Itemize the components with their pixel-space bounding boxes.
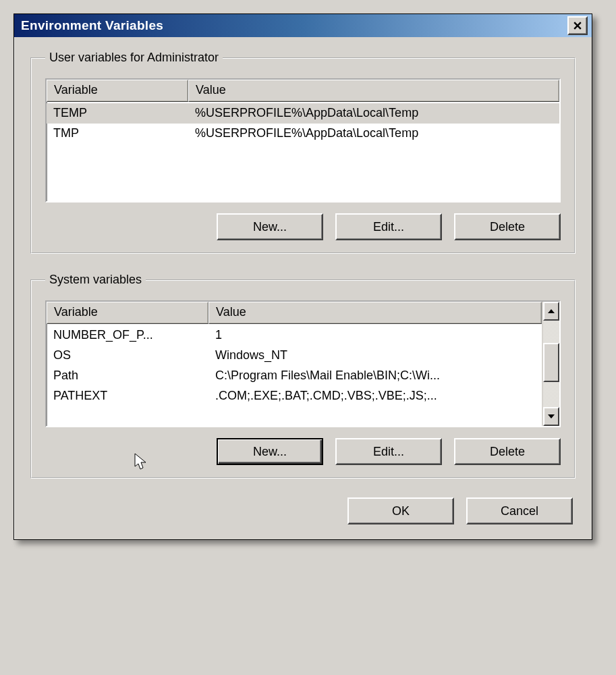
- user-variables-list[interactable]: Variable Value TEMP %USERPROFILE%\AppDat…: [45, 78, 561, 202]
- system-variables-group: System variables Variable Value NUMBER_O…: [30, 273, 576, 479]
- user-header-value[interactable]: Value: [188, 80, 559, 102]
- system-cell-variable: PATHEXT: [47, 386, 208, 406]
- client-area: User variables for Administrator Variabl…: [14, 37, 592, 539]
- system-cell-variable: OS: [47, 346, 208, 366]
- system-list-scrollbar[interactable]: [542, 302, 559, 426]
- user-variables-legend: User variables for Administrator: [45, 51, 223, 65]
- system-row-path[interactable]: Path C:\Program Files\Mail Enable\BIN;C:…: [47, 366, 542, 386]
- scroll-track[interactable]: [543, 321, 559, 407]
- system-cell-value: 1: [208, 325, 542, 346]
- close-icon[interactable]: [567, 16, 588, 35]
- system-row-os[interactable]: OS Windows_NT: [47, 346, 542, 366]
- system-cell-variable: Path: [47, 366, 208, 386]
- cancel-button[interactable]: Cancel: [466, 497, 573, 524]
- user-row-temp[interactable]: TEMP %USERPROFILE%\AppData\Local\Temp: [47, 103, 559, 124]
- user-variables-group: User variables for Administrator Variabl…: [30, 51, 576, 254]
- system-header-variable[interactable]: Variable: [47, 302, 208, 324]
- system-delete-button[interactable]: Delete: [454, 438, 561, 465]
- system-header-value[interactable]: Value: [208, 302, 542, 324]
- environment-variables-dialog: Environment Variables User variables for…: [13, 14, 592, 540]
- system-cell-value: Windows_NT: [208, 346, 542, 366]
- system-variables-list[interactable]: Variable Value NUMBER_OF_P... 1 OS Windo…: [45, 300, 561, 427]
- user-delete-button[interactable]: Delete: [454, 213, 561, 240]
- system-cell-value: .COM;.EXE;.BAT;.CMD;.VBS;.VBE;.JS;...: [208, 386, 542, 406]
- system-new-button[interactable]: New...: [217, 438, 323, 465]
- user-cell-variable: TMP: [47, 124, 188, 144]
- titlebar[interactable]: Environment Variables: [14, 14, 592, 37]
- dialog-button-row: OK Cancel: [30, 497, 576, 524]
- system-edit-button[interactable]: Edit...: [335, 438, 442, 465]
- system-list-header[interactable]: Variable Value: [47, 302, 542, 324]
- scroll-down-icon[interactable]: [543, 407, 559, 426]
- system-variables-legend: System variables: [45, 273, 146, 287]
- system-cell-variable: NUMBER_OF_P...: [47, 325, 208, 346]
- system-button-row: New... Edit... Delete: [45, 438, 561, 465]
- user-cell-variable: TEMP: [47, 103, 188, 124]
- system-cell-value: C:\Program Files\Mail Enable\BIN;C:\Wi..…: [208, 366, 542, 386]
- user-edit-button[interactable]: Edit...: [335, 213, 442, 240]
- scroll-thumb[interactable]: [543, 343, 559, 382]
- user-list-header[interactable]: Variable Value: [47, 80, 559, 102]
- system-row-numproc[interactable]: NUMBER_OF_P... 1: [47, 325, 542, 346]
- ok-button[interactable]: OK: [347, 497, 454, 524]
- system-row-pathext[interactable]: PATHEXT .COM;.EXE;.BAT;.CMD;.VBS;.VBE;.J…: [47, 386, 542, 406]
- user-header-variable[interactable]: Variable: [47, 80, 188, 102]
- mouse-cursor-icon: [134, 453, 148, 472]
- scroll-up-icon[interactable]: [543, 302, 559, 321]
- user-row-tmp[interactable]: TMP %USERPROFILE%\AppData\Local\Temp: [47, 124, 559, 144]
- user-new-button[interactable]: New...: [217, 213, 323, 240]
- user-button-row: New... Edit... Delete: [45, 213, 561, 240]
- user-cell-value: %USERPROFILE%\AppData\Local\Temp: [188, 103, 559, 124]
- window-title: Environment Variables: [21, 18, 567, 33]
- user-cell-value: %USERPROFILE%\AppData\Local\Temp: [188, 124, 559, 144]
